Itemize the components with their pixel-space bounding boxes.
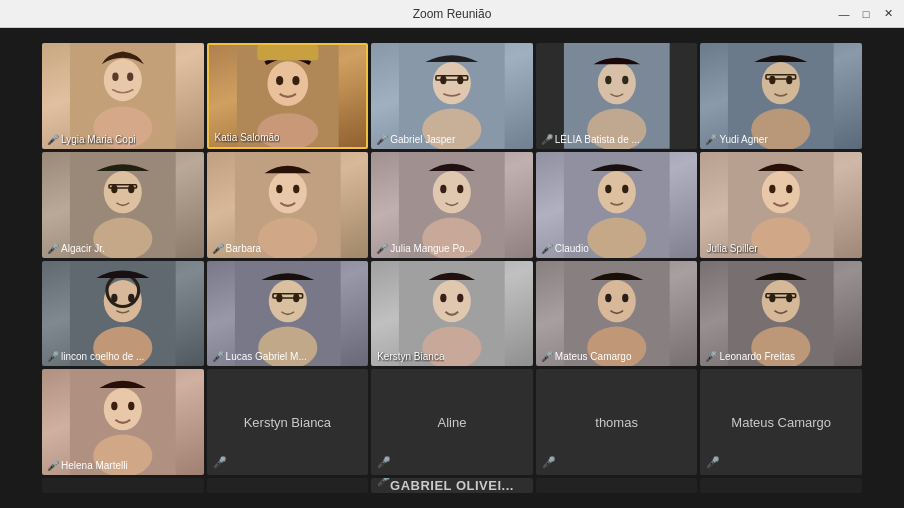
participant-cell-2[interactable]: Katia Salomão [207,43,369,149]
svg-point-32 [128,185,134,193]
participant-cell-7[interactable]: 🎤 Barbara [207,152,369,258]
svg-point-48 [622,185,628,193]
participant-cell-21[interactable]: GABRIEL OLIVEI... 🎤 [371,478,533,493]
mute-icon-20: 🎤 [706,456,720,469]
svg-point-38 [293,185,299,193]
mute-icon-18: 🎤 [377,456,391,469]
svg-point-42 [440,185,446,193]
svg-point-47 [605,185,611,193]
participant-cell-9[interactable]: 🎤 Claudio [536,152,698,258]
svg-point-26 [786,76,792,84]
close-button[interactable]: ✕ [880,6,896,22]
svg-point-74 [605,293,611,301]
mute-icon-9: 🎤 [541,243,553,254]
participant-cell-6[interactable]: 🎤 Algacir Jr. [42,152,204,258]
name-text-21: GABRIEL OLIVEI... [390,478,514,493]
participant-cell-empty-2 [207,478,369,493]
participant-cell-13[interactable]: Kerstyn Bianca [371,261,533,367]
participant-cell-5[interactable]: 🎤 Yudi Agner [700,43,862,149]
svg-point-4 [127,73,133,81]
mute-icon-7: 🎤 [212,243,224,254]
title-bar: Zoom Reunião — □ ✕ [0,0,904,28]
svg-point-6 [267,61,308,106]
participant-cell-17[interactable]: Kerstyn Bianca 🎤 [207,369,369,475]
svg-point-69 [440,293,446,301]
mute-icon-11: 🎤 [47,351,59,362]
name-label-7: 🎤 Barbara [212,243,262,254]
svg-point-53 [786,185,792,193]
participant-cell-3[interactable]: 🎤 Gabriel Jasper [371,43,533,149]
name-label-8: 🎤 Julia Mangue Po... [376,243,473,254]
name-text-19: thomas [595,415,638,430]
maximize-button[interactable]: □ [858,6,874,22]
svg-point-61 [268,280,306,322]
svg-point-75 [622,293,628,301]
name-label-5: 🎤 Yudi Agner [705,134,767,145]
mute-icon-17: 🎤 [213,456,227,469]
participant-cell-11[interactable]: 🎤 lincon coelho de ... [42,261,204,367]
participant-cell-10[interactable]: Julia Spiller [700,152,862,258]
svg-point-1 [104,59,142,101]
mute-icon-16: 🎤 [47,460,59,471]
svg-point-72 [598,280,636,322]
svg-point-25 [770,76,776,84]
svg-point-43 [457,185,463,193]
svg-point-31 [111,185,117,193]
svg-point-37 [276,185,282,193]
mute-icon-6: 🎤 [47,243,59,254]
svg-point-52 [770,185,776,193]
participant-cell-20[interactable]: Mateus Camargo 🎤 [700,369,862,475]
minimize-button[interactable]: — [836,6,852,22]
mute-icon-15: 🎤 [705,351,717,362]
name-text-18: Aline [438,415,467,430]
svg-point-18 [598,62,636,104]
svg-point-77 [762,280,800,322]
mute-icon-4: 🎤 [541,134,553,145]
participant-cell-14[interactable]: 🎤 Mateus Camargo [536,261,698,367]
name-label-15: 🎤 Leonardo Freitas [705,351,795,362]
mute-icon-21: 🎤 [377,478,391,487]
name-text-20: Mateus Camargo [731,415,831,430]
participant-cell-12[interactable]: 🎤 Lucas Gabriel M... [207,261,369,367]
participant-cell-empty-4 [700,478,862,493]
participant-cell-15[interactable]: 🎤 Leonardo Freitas [700,261,862,367]
participant-cell-19[interactable]: thomas 🎤 [536,369,698,475]
name-label-12: 🎤 Lucas Gabriel M... [212,351,307,362]
name-label-14: 🎤 Mateus Camargo [541,351,632,362]
mute-icon-1: 🎤 [47,134,59,145]
participant-grid: 🎤 Lygia Maria Copi Katia Salomão [42,43,862,493]
main-content: 🎤 Lygia Maria Copi Katia Salomão [0,28,904,508]
svg-point-9 [292,76,299,85]
participant-cell-empty-3 [536,478,698,493]
participant-cell-16[interactable]: 🎤 Helena Martelli [42,369,204,475]
window-title: Zoom Reunião [413,7,492,21]
svg-point-8 [276,76,283,85]
svg-point-20 [605,76,611,84]
name-label-9: 🎤 Claudio [541,243,589,254]
name-text-17: Kerstyn Bianca [244,415,331,430]
name-label-4: 🎤 LÉLIA Batista de ... [541,134,640,145]
name-label-16: 🎤 Helena Martelli [47,460,128,471]
participant-cell-1[interactable]: 🎤 Lygia Maria Copi [42,43,204,149]
name-text-1: Lygia Maria Copi [61,134,136,145]
svg-point-40 [433,171,471,213]
participant-cell-18[interactable]: Aline 🎤 [371,369,533,475]
participant-cell-8[interactable]: 🎤 Julia Mangue Po... [371,152,533,258]
mute-icon-19: 🎤 [542,456,556,469]
svg-point-85 [111,402,117,410]
svg-point-86 [128,402,134,410]
mute-icon-14: 🎤 [541,351,553,362]
participant-cell-empty-1 [42,478,204,493]
svg-point-12 [433,62,471,104]
name-label-3: 🎤 Gabriel Jasper [376,134,455,145]
mute-icon-12: 🎤 [212,351,224,362]
mute-icon-8: 🎤 [376,243,388,254]
name-text-13: Kerstyn Bianca [377,351,444,362]
name-label-11: 🎤 lincon coelho de ... [47,351,144,362]
window-controls: — □ ✕ [836,6,896,22]
participant-cell-4[interactable]: 🎤 LÉLIA Batista de ... [536,43,698,149]
svg-point-45 [598,171,636,213]
svg-point-3 [112,73,118,81]
name-text-2: Katia Salomão [215,132,280,143]
name-text-10: Julia Spiller [706,243,757,254]
